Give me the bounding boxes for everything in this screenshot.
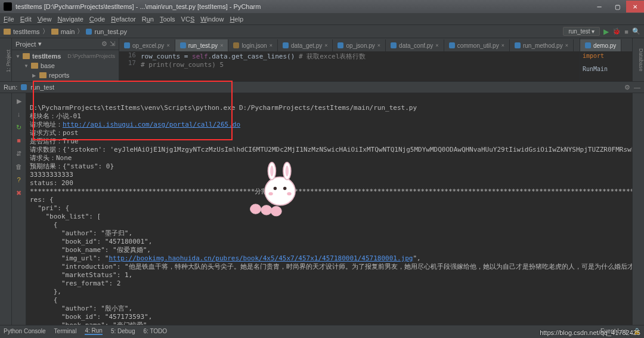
down-button[interactable]: ↓ [15, 110, 23, 118]
tree-node-reports[interactable]: ▶ reports [16, 70, 115, 80]
tool-project-tab[interactable]: 1: Project [5, 50, 11, 72]
window-titlebar: testItems [D:\PycharmProjects\testItems]… [0, 0, 644, 13]
json-file-icon [233, 42, 239, 48]
tool-python-console[interactable]: Python Console [4, 328, 46, 334]
run-config-selector[interactable]: run_test ▾ [563, 27, 600, 36]
tab-op-json[interactable]: op_json.py× [333, 39, 386, 51]
folder-icon [31, 63, 38, 69]
right-tool-strip-lower [632, 93, 644, 325]
rerun-button[interactable]: ▶ [15, 97, 23, 105]
tab-run-method[interactable]: run_method.py× [510, 39, 574, 51]
console-link[interactable]: http://bookimg.haohuida.cn/pubres/book/4… [109, 254, 413, 262]
python-file-icon [21, 84, 27, 90]
chevron-down-icon[interactable]: ▼ [16, 54, 20, 59]
run-label: Run: [4, 84, 17, 91]
tree-root[interactable]: ▼ testItems D:\PycharmProjects [16, 51, 115, 61]
minimize-tool-icon[interactable]: — [634, 84, 640, 91]
svg-point-3 [270, 165, 273, 176]
tool-run[interactable]: 4: Run [85, 327, 102, 335]
tool-todo[interactable]: 6: TODO [143, 328, 167, 334]
console-line: "pri": { [30, 204, 69, 212]
close-icon[interactable]: × [565, 42, 568, 48]
tab-data-get[interactable]: data_get.py× [278, 39, 333, 51]
code-text: .data.get_case_lines() [208, 53, 299, 60]
tab-op-excel[interactable]: op_excel.py× [119, 39, 175, 51]
tab-label: data_conf.py [399, 42, 433, 49]
close-icon[interactable]: × [166, 42, 169, 48]
run-config-name: run_test [568, 28, 590, 35]
console-link[interactable]: http://api.ishugui.com/asg/portal/call/2… [63, 121, 240, 128]
menu-run[interactable]: Run [142, 16, 154, 23]
menu-vcs[interactable]: VCS [181, 16, 195, 23]
python-file-icon [124, 42, 130, 48]
tab-label: op_json.py [346, 42, 374, 49]
close-button[interactable]: ✕ [626, 1, 644, 13]
chevron-right-icon[interactable]: ▶ [32, 73, 37, 78]
tool-debug[interactable]: 5: Debug [111, 328, 135, 334]
split-code-body[interactable]: import RunMain [580, 51, 632, 73]
close-icon[interactable]: × [270, 42, 273, 48]
gear-icon[interactable]: ⚙ [101, 40, 107, 48]
crumb-mid: main [61, 28, 75, 35]
menu-tools[interactable]: Tools [160, 16, 175, 23]
dropdown-arrow-icon[interactable]: ▾ [38, 40, 42, 48]
tab-data-conf[interactable]: data_conf.py× [386, 39, 444, 51]
svg-point-11 [271, 206, 281, 216]
help-button[interactable]: ? [15, 176, 23, 184]
menu-bar: File Edit View Navigate Code Refactor Ru… [0, 13, 644, 25]
code-editor[interactable]: 16 17 row_counts = self.data.get_case_li… [119, 51, 580, 81]
tool-terminal[interactable]: Terminal [54, 328, 77, 334]
tree-node-base[interactable]: ▼ base [16, 61, 115, 70]
run-button[interactable]: ▶ [603, 27, 609, 36]
close-icon[interactable]: × [324, 42, 327, 48]
console-line: "img_url": " [30, 254, 109, 262]
tab-label: demo.py [593, 42, 616, 49]
tool-database-tab[interactable]: Database [638, 48, 644, 72]
svg-point-5 [274, 187, 277, 190]
console-line: "marketStatus": 1, [30, 271, 132, 279]
menu-file[interactable]: File [4, 16, 14, 23]
tab-common-util[interactable]: common_util.py× [444, 39, 510, 51]
console-output[interactable]: D:\PycharmProjects\testItems\venv\Script… [26, 93, 632, 325]
tab-run-test[interactable]: run_test.py× [175, 39, 229, 51]
crumb-file: run_test.py [94, 28, 126, 35]
menu-window[interactable]: Window [200, 16, 224, 23]
close-icon[interactable]: × [220, 42, 223, 48]
maximize-button[interactable]: ▢ [608, 1, 626, 13]
svg-point-10 [261, 205, 272, 215]
menu-edit[interactable]: Edit [20, 16, 32, 23]
console-line: { [30, 221, 57, 229]
menu-navigate[interactable]: Navigate [57, 16, 83, 23]
close-tool-button[interactable]: ✖ [15, 189, 23, 197]
menu-view[interactable]: View [38, 16, 52, 23]
breadcrumb[interactable]: testItems 〉 main 〉 run_test.py [4, 27, 127, 36]
stop-button[interactable]: ■ [15, 136, 23, 145]
reload-button[interactable]: ↻ [15, 123, 23, 131]
chevron-down-icon[interactable]: ▼ [24, 63, 29, 69]
menu-refactor[interactable]: Refactor [111, 16, 136, 23]
close-icon[interactable]: × [435, 42, 438, 48]
menu-help[interactable]: Help [230, 16, 243, 23]
folder-icon [4, 29, 11, 35]
code-body[interactable]: row_counts = self.data.get_case_lines() … [141, 51, 580, 81]
code-comment: # print(row_counts) 5 [141, 61, 580, 69]
tab-label: common_util.py [457, 42, 499, 49]
svg-point-4 [286, 165, 289, 176]
tab-label: run_test.py [188, 42, 218, 49]
minimize-button[interactable]: ─ [590, 1, 608, 13]
close-icon[interactable]: × [501, 42, 504, 48]
console-line: ****************************************… [30, 188, 632, 195]
collapse-icon[interactable]: ⇲ [110, 40, 115, 48]
menu-code[interactable]: Code [89, 16, 105, 23]
search-icon[interactable]: 🔍 [632, 27, 640, 35]
stop-button[interactable]: ■ [624, 28, 628, 35]
tree-root-label: testItems [32, 53, 61, 60]
debug-button[interactable]: 🐞 [612, 27, 621, 35]
close-icon[interactable]: × [377, 42, 380, 48]
layout-button[interactable]: ⇵ [15, 149, 23, 158]
console-line: D:\PycharmProjects\testItems\venv\Script… [30, 104, 417, 112]
gear-icon[interactable]: ⚙ [624, 84, 630, 91]
trash-button[interactable]: 🗑 [15, 162, 23, 171]
tab-login-json[interactable]: login.json× [228, 39, 278, 51]
tab-demo[interactable]: demo.py [580, 39, 621, 51]
